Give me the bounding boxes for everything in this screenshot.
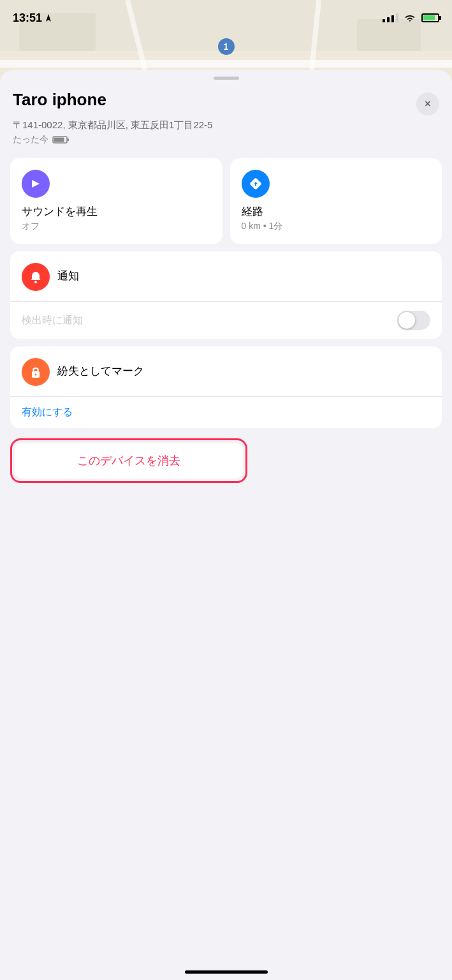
status-bar: 13:51: [0, 0, 452, 32]
device-battery-icon: [52, 135, 70, 144]
sound-card[interactable]: サウンドを再生 オフ: [10, 158, 222, 244]
close-icon: ×: [425, 98, 430, 110]
lost-mode-title: 紛失としてマーク: [57, 364, 144, 378]
erase-device-button-wrapper: このデバイスを消去: [10, 438, 247, 483]
lost-mode-card: 紛失としてマーク 有効にする: [10, 346, 442, 428]
notification-header: 通知: [22, 263, 430, 291]
route-icon: [242, 170, 270, 198]
svg-point-14: [34, 281, 37, 283]
device-name: Taro iphone: [13, 90, 106, 110]
svg-rect-10: [67, 138, 69, 141]
route-card[interactable]: 経路 0 km • 1分: [230, 158, 442, 244]
sound-sublabel: オフ: [22, 221, 211, 232]
time-text: 13:51: [13, 11, 42, 25]
lost-mode-header: 紛失としてマーク: [22, 358, 430, 386]
notification-title: 通知: [57, 269, 79, 283]
drag-handle[interactable]: [214, 77, 239, 80]
device-address: 〒141-0022, 東京都品川区, 東五反田1丁目22-5: [10, 118, 442, 131]
top-cards-row: サウンドを再生 オフ 経路 0 km • 1分: [10, 158, 442, 244]
svg-marker-12: [32, 180, 40, 188]
svg-rect-11: [54, 138, 64, 142]
home-indicator: [185, 970, 268, 974]
sound-icon: [22, 170, 50, 198]
erase-device-button[interactable]: このデバイスを消去: [15, 443, 243, 479]
map-badge-number: 1: [224, 41, 229, 52]
notification-icon: [22, 263, 50, 291]
status-right-icons: [383, 13, 439, 23]
svg-point-16: [35, 374, 37, 376]
device-detail-sheet: Taro iphone × 〒141-0022, 東京都品川区, 東五反田1丁目…: [0, 70, 452, 980]
notification-toggle-row[interactable]: 検出時に通知: [22, 302, 430, 339]
sound-label: サウンドを再生: [22, 204, 211, 219]
notification-toggle[interactable]: [397, 311, 430, 330]
lost-mode-enable-button[interactable]: 有効にする: [22, 397, 430, 428]
toggle-thumb: [398, 312, 415, 329]
route-sublabel: 0 km • 1分: [242, 221, 431, 232]
wifi-icon: [404, 13, 416, 23]
map-route-badge: 1: [218, 38, 235, 55]
battery-icon: [421, 13, 439, 22]
device-status-row: たった今: [10, 134, 442, 145]
lost-mode-icon: [22, 358, 50, 386]
notification-card: 通知 検出時に通知: [10, 251, 442, 339]
signal-icon: [383, 13, 398, 22]
sheet-header: Taro iphone ×: [10, 90, 442, 115]
route-label: 経路: [242, 204, 431, 219]
notification-toggle-label: 検出時に通知: [22, 314, 83, 327]
status-time: 13:51: [13, 11, 52, 25]
close-button[interactable]: ×: [416, 93, 439, 115]
device-status-text: たった今: [13, 134, 48, 145]
location-arrow-icon: [45, 13, 52, 23]
